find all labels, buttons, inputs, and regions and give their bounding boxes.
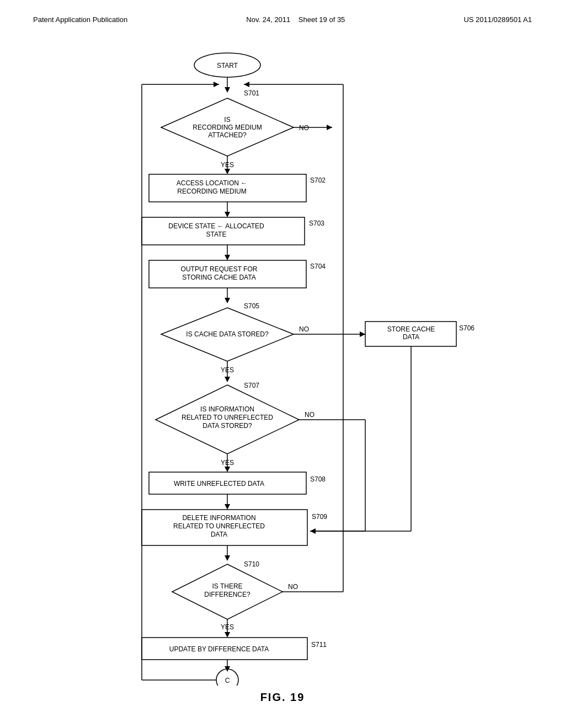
s701-label: S701 bbox=[244, 89, 259, 97]
s708-label: S708 bbox=[310, 475, 326, 483]
s704-line2: STORING CACHE DATA bbox=[182, 274, 255, 281]
s709-line1: DELETE INFORMATION bbox=[182, 514, 255, 522]
svg-marker-31 bbox=[225, 467, 230, 472]
svg-marker-52 bbox=[214, 82, 219, 87]
svg-marker-42 bbox=[244, 82, 249, 87]
svg-marker-2 bbox=[225, 87, 230, 93]
d705-text: IS CACHE DATA STORED? bbox=[186, 330, 269, 338]
s702-line1: ACCESS LOCATION ← bbox=[177, 179, 247, 187]
d710-line1: IS THERE bbox=[212, 582, 242, 590]
svg-marker-44 bbox=[225, 632, 230, 638]
page: Patent Application Publication Nov. 24, … bbox=[0, 0, 565, 728]
svg-marker-25 bbox=[225, 377, 230, 382]
svg-marker-16 bbox=[225, 298, 230, 303]
start-label: START bbox=[217, 62, 238, 69]
flowchart-container: text { font-family: Arial, sans-serif; f… bbox=[0, 29, 565, 715]
header: Patent Application Publication Nov. 24, … bbox=[0, 0, 565, 29]
s702-line2: RECORDING MEDIUM bbox=[177, 188, 246, 195]
s711-text: UPDATE BY DIFFERENCE DATA bbox=[169, 645, 269, 653]
header-right: US 2011/0289501 A1 bbox=[463, 15, 532, 24]
header-left: Patent Application Publication bbox=[33, 15, 127, 24]
s709-line3: DATA bbox=[211, 531, 227, 538]
s702-label: S702 bbox=[310, 176, 326, 184]
no2-label: NO bbox=[299, 325, 309, 333]
flowchart-svg: text { font-family: Arial, sans-serif; f… bbox=[56, 46, 509, 686]
s704-line1: OUTPUT REQUEST FOR bbox=[181, 265, 258, 273]
s706-line1: STORE CACHE bbox=[387, 325, 435, 333]
d707-line1: IS INFORMATION bbox=[200, 405, 254, 413]
svg-marker-34 bbox=[225, 504, 230, 510]
svg-marker-5 bbox=[327, 125, 332, 130]
s703-line2: STATE bbox=[206, 231, 227, 238]
d710-line2: DIFFERENCE? bbox=[204, 591, 250, 598]
s711-label: S711 bbox=[311, 641, 327, 649]
no4-label: NO bbox=[288, 583, 298, 591]
d707-line3: DATA STORED? bbox=[202, 422, 252, 430]
svg-marker-13 bbox=[225, 255, 230, 260]
s705-label: S705 bbox=[244, 302, 259, 310]
d701-line1: IS bbox=[224, 116, 230, 124]
d701-line2: RECORDING MEDIUM bbox=[193, 124, 262, 131]
d701-line3: ATTACHED? bbox=[208, 131, 247, 139]
s706-line2: DATA bbox=[403, 333, 419, 341]
figure-label: FIG. 19 bbox=[260, 691, 305, 715]
s703-label: S703 bbox=[309, 220, 324, 227]
d707-line2: RELATED TO UNREFLECTED bbox=[182, 414, 273, 421]
s710-label: S710 bbox=[244, 560, 259, 568]
s709-line2: RELATED TO UNREFLECTED bbox=[173, 522, 265, 530]
svg-marker-7 bbox=[225, 169, 230, 174]
no1-label: NO bbox=[299, 124, 309, 132]
svg-marker-10 bbox=[225, 212, 230, 217]
svg-marker-19 bbox=[360, 331, 365, 337]
s706-label: S706 bbox=[459, 324, 475, 332]
s707-label: S707 bbox=[244, 382, 259, 389]
s708-text: WRITE UNREFLECTED DATA bbox=[174, 480, 264, 488]
s703-line1: DEVICE STATE ← ALLOCATED bbox=[168, 222, 264, 230]
s704-label: S704 bbox=[310, 263, 326, 270]
no3-label: NO bbox=[305, 411, 315, 419]
c-label: C bbox=[225, 677, 230, 684]
header-center: Nov. 24, 2011 Sheet 19 of 35 bbox=[246, 15, 345, 24]
s709-label: S709 bbox=[312, 513, 327, 521]
svg-marker-37 bbox=[225, 555, 230, 561]
